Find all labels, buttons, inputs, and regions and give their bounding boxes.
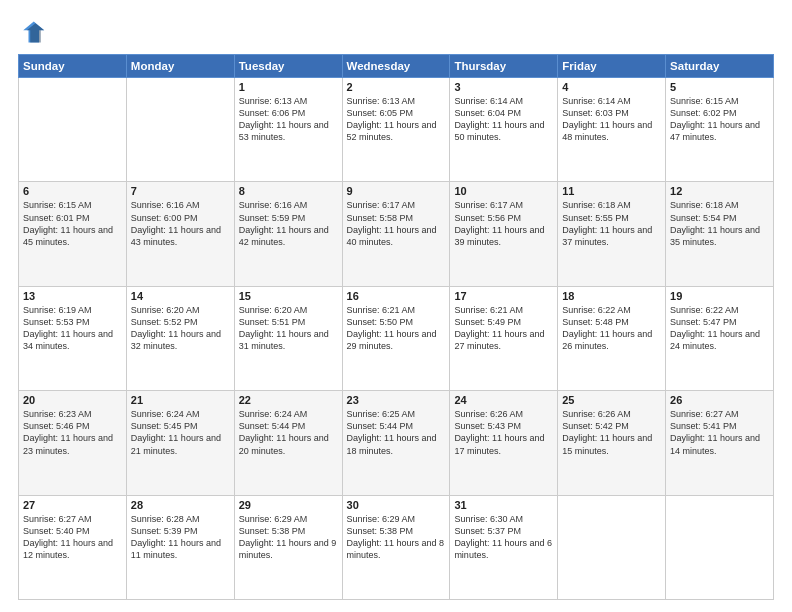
table-row: 2Sunrise: 6:13 AMSunset: 6:05 PMDaylight… [342, 78, 450, 182]
cell-info: Sunrise: 6:24 AMSunset: 5:44 PMDaylight:… [239, 408, 338, 457]
calendar-header-row: Sunday Monday Tuesday Wednesday Thursday… [19, 55, 774, 78]
table-row: 20Sunrise: 6:23 AMSunset: 5:46 PMDayligh… [19, 391, 127, 495]
cell-info: Sunrise: 6:28 AMSunset: 5:39 PMDaylight:… [131, 513, 230, 562]
cell-info: Sunrise: 6:23 AMSunset: 5:46 PMDaylight:… [23, 408, 122, 457]
cell-info: Sunrise: 6:21 AMSunset: 5:50 PMDaylight:… [347, 304, 446, 353]
day-number: 22 [239, 394, 338, 406]
table-row: 24Sunrise: 6:26 AMSunset: 5:43 PMDayligh… [450, 391, 558, 495]
cell-info: Sunrise: 6:29 AMSunset: 5:38 PMDaylight:… [239, 513, 338, 562]
table-row: 9Sunrise: 6:17 AMSunset: 5:58 PMDaylight… [342, 182, 450, 286]
cell-info: Sunrise: 6:15 AMSunset: 6:02 PMDaylight:… [670, 95, 769, 144]
header-saturday: Saturday [666, 55, 774, 78]
table-row: 30Sunrise: 6:29 AMSunset: 5:38 PMDayligh… [342, 495, 450, 599]
day-number: 20 [23, 394, 122, 406]
table-row: 10Sunrise: 6:17 AMSunset: 5:56 PMDayligh… [450, 182, 558, 286]
logo-icon [18, 18, 46, 46]
table-row: 4Sunrise: 6:14 AMSunset: 6:03 PMDaylight… [558, 78, 666, 182]
day-number: 15 [239, 290, 338, 302]
table-row: 1Sunrise: 6:13 AMSunset: 6:06 PMDaylight… [234, 78, 342, 182]
table-row: 27Sunrise: 6:27 AMSunset: 5:40 PMDayligh… [19, 495, 127, 599]
header-friday: Friday [558, 55, 666, 78]
table-row: 21Sunrise: 6:24 AMSunset: 5:45 PMDayligh… [126, 391, 234, 495]
cell-info: Sunrise: 6:20 AMSunset: 5:51 PMDaylight:… [239, 304, 338, 353]
table-row [666, 495, 774, 599]
calendar-table: Sunday Monday Tuesday Wednesday Thursday… [18, 54, 774, 600]
day-number: 2 [347, 81, 446, 93]
table-row: 15Sunrise: 6:20 AMSunset: 5:51 PMDayligh… [234, 286, 342, 390]
header-thursday: Thursday [450, 55, 558, 78]
day-number: 6 [23, 185, 122, 197]
cell-info: Sunrise: 6:24 AMSunset: 5:45 PMDaylight:… [131, 408, 230, 457]
table-row: 14Sunrise: 6:20 AMSunset: 5:52 PMDayligh… [126, 286, 234, 390]
day-number: 28 [131, 499, 230, 511]
calendar-week-row: 6Sunrise: 6:15 AMSunset: 6:01 PMDaylight… [19, 182, 774, 286]
cell-info: Sunrise: 6:14 AMSunset: 6:03 PMDaylight:… [562, 95, 661, 144]
table-row: 25Sunrise: 6:26 AMSunset: 5:42 PMDayligh… [558, 391, 666, 495]
cell-info: Sunrise: 6:25 AMSunset: 5:44 PMDaylight:… [347, 408, 446, 457]
table-row: 7Sunrise: 6:16 AMSunset: 6:00 PMDaylight… [126, 182, 234, 286]
day-number: 7 [131, 185, 230, 197]
day-number: 21 [131, 394, 230, 406]
day-number: 4 [562, 81, 661, 93]
page: Sunday Monday Tuesday Wednesday Thursday… [0, 0, 792, 612]
table-row [126, 78, 234, 182]
header-wednesday: Wednesday [342, 55, 450, 78]
header-sunday: Sunday [19, 55, 127, 78]
cell-info: Sunrise: 6:30 AMSunset: 5:37 PMDaylight:… [454, 513, 553, 562]
day-number: 8 [239, 185, 338, 197]
cell-info: Sunrise: 6:18 AMSunset: 5:54 PMDaylight:… [670, 199, 769, 248]
table-row: 13Sunrise: 6:19 AMSunset: 5:53 PMDayligh… [19, 286, 127, 390]
table-row: 28Sunrise: 6:28 AMSunset: 5:39 PMDayligh… [126, 495, 234, 599]
table-row: 18Sunrise: 6:22 AMSunset: 5:48 PMDayligh… [558, 286, 666, 390]
cell-info: Sunrise: 6:27 AMSunset: 5:41 PMDaylight:… [670, 408, 769, 457]
table-row: 5Sunrise: 6:15 AMSunset: 6:02 PMDaylight… [666, 78, 774, 182]
table-row: 3Sunrise: 6:14 AMSunset: 6:04 PMDaylight… [450, 78, 558, 182]
table-row: 12Sunrise: 6:18 AMSunset: 5:54 PMDayligh… [666, 182, 774, 286]
cell-info: Sunrise: 6:16 AMSunset: 5:59 PMDaylight:… [239, 199, 338, 248]
cell-info: Sunrise: 6:26 AMSunset: 5:42 PMDaylight:… [562, 408, 661, 457]
day-number: 18 [562, 290, 661, 302]
day-number: 5 [670, 81, 769, 93]
table-row: 19Sunrise: 6:22 AMSunset: 5:47 PMDayligh… [666, 286, 774, 390]
calendar-week-row: 20Sunrise: 6:23 AMSunset: 5:46 PMDayligh… [19, 391, 774, 495]
day-number: 24 [454, 394, 553, 406]
day-number: 30 [347, 499, 446, 511]
cell-info: Sunrise: 6:13 AMSunset: 6:05 PMDaylight:… [347, 95, 446, 144]
header [18, 18, 774, 46]
cell-info: Sunrise: 6:18 AMSunset: 5:55 PMDaylight:… [562, 199, 661, 248]
cell-info: Sunrise: 6:22 AMSunset: 5:48 PMDaylight:… [562, 304, 661, 353]
header-monday: Monday [126, 55, 234, 78]
table-row: 31Sunrise: 6:30 AMSunset: 5:37 PMDayligh… [450, 495, 558, 599]
day-number: 19 [670, 290, 769, 302]
day-number: 10 [454, 185, 553, 197]
table-row: 6Sunrise: 6:15 AMSunset: 6:01 PMDaylight… [19, 182, 127, 286]
table-row: 23Sunrise: 6:25 AMSunset: 5:44 PMDayligh… [342, 391, 450, 495]
cell-info: Sunrise: 6:17 AMSunset: 5:58 PMDaylight:… [347, 199, 446, 248]
cell-info: Sunrise: 6:22 AMSunset: 5:47 PMDaylight:… [670, 304, 769, 353]
table-row: 8Sunrise: 6:16 AMSunset: 5:59 PMDaylight… [234, 182, 342, 286]
table-row [19, 78, 127, 182]
table-row: 22Sunrise: 6:24 AMSunset: 5:44 PMDayligh… [234, 391, 342, 495]
cell-info: Sunrise: 6:13 AMSunset: 6:06 PMDaylight:… [239, 95, 338, 144]
day-number: 23 [347, 394, 446, 406]
calendar-week-row: 27Sunrise: 6:27 AMSunset: 5:40 PMDayligh… [19, 495, 774, 599]
day-number: 13 [23, 290, 122, 302]
day-number: 31 [454, 499, 553, 511]
logo [18, 18, 50, 46]
day-number: 17 [454, 290, 553, 302]
table-row: 29Sunrise: 6:29 AMSunset: 5:38 PMDayligh… [234, 495, 342, 599]
calendar-week-row: 13Sunrise: 6:19 AMSunset: 5:53 PMDayligh… [19, 286, 774, 390]
day-number: 26 [670, 394, 769, 406]
cell-info: Sunrise: 6:26 AMSunset: 5:43 PMDaylight:… [454, 408, 553, 457]
table-row: 11Sunrise: 6:18 AMSunset: 5:55 PMDayligh… [558, 182, 666, 286]
day-number: 11 [562, 185, 661, 197]
cell-info: Sunrise: 6:20 AMSunset: 5:52 PMDaylight:… [131, 304, 230, 353]
day-number: 29 [239, 499, 338, 511]
cell-info: Sunrise: 6:21 AMSunset: 5:49 PMDaylight:… [454, 304, 553, 353]
cell-info: Sunrise: 6:27 AMSunset: 5:40 PMDaylight:… [23, 513, 122, 562]
day-number: 14 [131, 290, 230, 302]
cell-info: Sunrise: 6:14 AMSunset: 6:04 PMDaylight:… [454, 95, 553, 144]
calendar-week-row: 1Sunrise: 6:13 AMSunset: 6:06 PMDaylight… [19, 78, 774, 182]
table-row: 17Sunrise: 6:21 AMSunset: 5:49 PMDayligh… [450, 286, 558, 390]
day-number: 25 [562, 394, 661, 406]
